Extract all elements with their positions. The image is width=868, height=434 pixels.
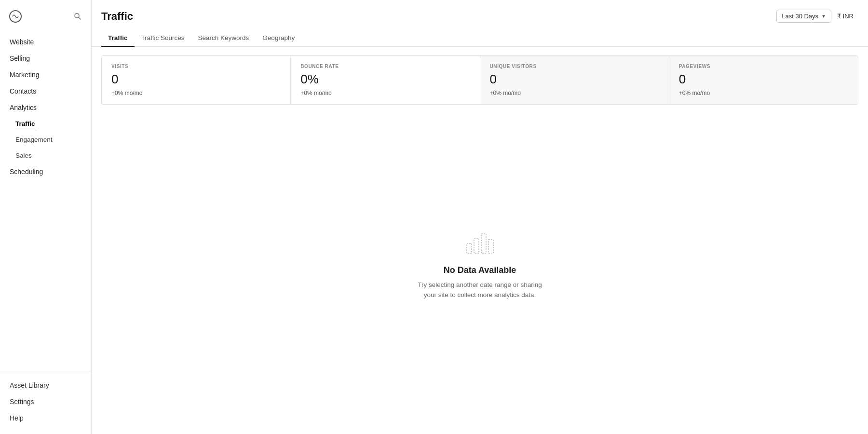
currency-label: ₹ INR [837,13,854,20]
sidebar-nav: Website Selling Marketing Contacts Analy… [0,30,91,371]
main-content: Traffic Last 30 Days ▼ ₹ INR Traffic Tra… [92,0,868,434]
sidebar-item-settings[interactable]: Settings [0,393,91,410]
sidebar-bottom: Asset Library Settings Help [0,371,91,434]
tab-traffic[interactable]: Traffic [101,29,135,46]
chevron-down-icon: ▼ [821,14,826,19]
stat-change-unique-visitors: +0% mo/mo [490,90,659,96]
stat-card-unique-visitors: UNIQUE VISITORS 0 +0% mo/mo [480,56,669,104]
stat-value-unique-visitors: 0 [490,72,659,87]
stat-card-visits: VISITS 0 +0% mo/mo [102,56,291,104]
stat-label-pageviews: PAGEVIEWS [679,64,848,69]
header-right: Last 30 Days ▼ ₹ INR [776,10,854,23]
stat-value-pageviews: 0 [679,72,848,87]
no-data-description: Try selecting another date range or shar… [418,280,542,300]
tab-traffic-sources[interactable]: Traffic Sources [135,29,191,46]
svg-rect-6 [488,240,493,253]
sidebar-item-scheduling[interactable]: Scheduling [0,163,91,180]
stat-value-bounce-rate: 0% [300,72,470,87]
stat-change-pageviews: +0% mo/mo [679,90,848,96]
search-icon[interactable] [72,11,83,22]
stat-label-bounce-rate: BOUNCE RATE [300,64,470,69]
sidebar-item-engagement[interactable]: Engagement [0,132,91,148]
sidebar-item-analytics[interactable]: Analytics [0,99,91,116]
sidebar-item-website[interactable]: Website [0,34,91,50]
tabs-bar: Traffic Traffic Sources Search Keywords … [92,29,868,47]
sidebar-item-traffic[interactable]: Traffic [0,116,91,132]
svg-rect-4 [474,239,479,253]
sidebar-item-marketing[interactable]: Marketing [0,67,91,83]
svg-line-2 [79,17,81,19]
sidebar-item-selling[interactable]: Selling [0,50,91,67]
no-data-title: No Data Available [444,265,516,275]
no-data-area: No Data Available Try selecting another … [92,105,868,434]
svg-rect-3 [467,244,472,253]
sidebar-item-asset-library[interactable]: Asset Library [0,377,91,393]
sidebar: Website Selling Marketing Contacts Analy… [0,0,92,434]
stat-card-bounce-rate: BOUNCE RATE 0% +0% mo/mo [291,56,480,104]
stat-card-pageviews: PAGEVIEWS 0 +0% mo/mo [669,56,858,104]
sidebar-item-help[interactable]: Help [0,410,91,426]
date-range-selector[interactable]: Last 30 Days ▼ [776,10,831,23]
date-range-label: Last 30 Days [782,13,818,20]
main-header: Traffic Last 30 Days ▼ ₹ INR [92,0,868,23]
svg-rect-5 [481,234,486,253]
sidebar-item-contacts[interactable]: Contacts [0,83,91,99]
stat-label-visits: VISITS [111,64,281,69]
empty-chart-icon [463,229,497,258]
stat-label-unique-visitors: UNIQUE VISITORS [490,64,659,69]
sidebar-top [0,0,91,30]
page-title: Traffic [101,10,133,23]
logo-icon[interactable] [8,9,23,24]
sidebar-item-sales[interactable]: Sales [0,148,91,163]
stat-change-bounce-rate: +0% mo/mo [300,90,470,96]
stat-value-visits: 0 [111,72,281,87]
tab-search-keywords[interactable]: Search Keywords [191,29,256,46]
stats-row: VISITS 0 +0% mo/mo BOUNCE RATE 0% +0% mo… [101,55,858,105]
stat-change-visits: +0% mo/mo [111,90,281,96]
tab-geography[interactable]: Geography [256,29,301,46]
